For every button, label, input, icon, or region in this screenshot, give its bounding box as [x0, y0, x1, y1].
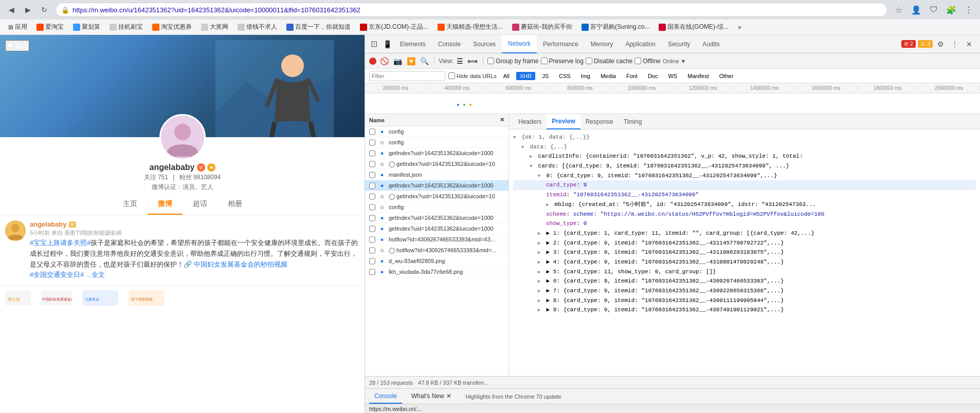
clear-button[interactable]: 🚫	[378, 55, 390, 67]
devtools-more-button[interactable]: ⋮	[948, 37, 961, 51]
request-item-9[interactable]: ● getIndex?uid=1642351362&luicode=1000	[365, 223, 509, 234]
card0-triangle[interactable]	[538, 173, 543, 180]
bookmark-mogujie[interactable]: 蘑菇街-我的买手街	[508, 22, 576, 32]
request-item-4[interactable]: ● manifest.json	[365, 170, 509, 180]
devtools-close-button[interactable]: ✕	[963, 37, 976, 51]
request-item-11[interactable]: ⊘ ◯ hotflow?id=4309267466533383&mid=...	[365, 245, 509, 256]
bookmark-jieqian[interactable]: 借钱不求人	[233, 22, 281, 32]
tab-memory[interactable]: Memory	[585, 35, 619, 53]
group-by-frame-checkbox[interactable]	[487, 58, 494, 64]
search-button[interactable]: 🔍	[419, 55, 430, 67]
offline-label[interactable]: Offline	[634, 58, 660, 65]
filter-css[interactable]: CSS	[555, 72, 574, 80]
root-label[interactable]: {ok: 1, data: {,..}}	[522, 134, 590, 140]
devtools-dock-button[interactable]: ⊡	[367, 37, 380, 51]
filter-js[interactable]: JS	[538, 72, 552, 80]
post-video-link[interactable]: 🔗 中国妇女发展基金会的秒拍视频	[184, 260, 287, 268]
disable-cache-checkbox[interactable]	[586, 58, 592, 64]
filter-other[interactable]: Other	[716, 72, 737, 80]
refresh-button[interactable]: ↻	[37, 3, 51, 17]
tab-audits[interactable]: Audits	[696, 35, 725, 53]
request-item-0[interactable]: ● config	[365, 126, 509, 137]
address-bar[interactable]: 🔒 https://m.weibo.cn/u/1642351362?uid=16…	[56, 3, 887, 17]
req-checkbox-12[interactable]	[369, 258, 375, 265]
whatsnew-close[interactable]: ✕	[446, 392, 451, 400]
req-checkbox-0[interactable]	[369, 128, 375, 135]
detail-tab-headers[interactable]: Headers	[513, 114, 547, 129]
tab-performance[interactable]: Performance	[537, 35, 585, 53]
filter-button[interactable]: 🔽	[405, 55, 416, 67]
profile-button[interactable]: 👤	[909, 3, 923, 17]
cards-triangle[interactable]	[530, 163, 535, 171]
tab-homepage[interactable]: 主页	[113, 194, 148, 215]
bookmark-taobao-coupon[interactable]: 淘宝优惠券	[148, 22, 196, 32]
request-item-13[interactable]: ● lkh_xiudada-3da77c6e68.png	[365, 267, 509, 277]
bookmark-apps[interactable]: ⊞ 应用	[4, 22, 31, 32]
hide-data-urls-label[interactable]: Hide data URLs	[448, 72, 497, 79]
request-item-2[interactable]: ● getIndex?uid=1642351362&luicode=1000	[365, 148, 509, 159]
detail-tab-timing[interactable]: Timing	[619, 114, 647, 129]
filter-font[interactable]: Font	[623, 72, 641, 80]
req-checkbox-4[interactable]	[369, 172, 375, 178]
preserve-log-label[interactable]: Preserve log	[541, 58, 584, 65]
bookmark-guomei[interactable]: 国美在线(GOME)-综...	[655, 22, 733, 32]
request-item-12[interactable]: ● d_wu-93aef02809.png	[365, 256, 509, 267]
extension-button[interactable]: 🧩	[944, 3, 958, 17]
filter-manifest[interactable]: Manifest	[684, 72, 713, 80]
tab-album[interactable]: 相册	[217, 194, 252, 215]
view-list-button[interactable]: ☰	[456, 56, 464, 66]
filter-all[interactable]: All	[500, 72, 513, 80]
req-checkbox-9[interactable]	[369, 226, 375, 232]
filter-media[interactable]: Media	[597, 72, 620, 80]
filter-doc[interactable]: Doc	[644, 72, 662, 80]
tab-network[interactable]: Network	[502, 35, 537, 53]
forward-button[interactable]: ▶	[21, 3, 35, 17]
tab-weibo[interactable]: 微博	[148, 194, 183, 215]
card7-triangle[interactable]	[538, 288, 543, 295]
bookmark-baidu[interactable]: 百度一下，你就知道	[282, 22, 355, 32]
bookmark-aitaobao[interactable]: 爱淘宝	[32, 22, 68, 32]
card1-triangle[interactable]	[538, 230, 543, 238]
tab-console[interactable]: Console	[432, 35, 467, 53]
request-list-close[interactable]: ✕	[500, 117, 504, 123]
screenshot-button[interactable]: 📷	[392, 55, 403, 67]
detail-tab-preview[interactable]: Preview	[547, 114, 580, 129]
request-item-10[interactable]: ● hotflow?id=4309267466533383&mid=43...	[365, 234, 509, 245]
data-label[interactable]: data: {,..}	[530, 144, 568, 150]
devtools-settings-button[interactable]: ⚙	[934, 37, 947, 51]
tab-application[interactable]: Application	[619, 35, 662, 53]
tab-sources[interactable]: Sources	[467, 35, 502, 53]
card3-triangle[interactable]	[538, 249, 543, 257]
mblog-triangle[interactable]	[546, 201, 551, 209]
request-item-3[interactable]: ⊘ ◯ getIndex?uid=1642351362&luicode=10	[365, 159, 509, 170]
offline-checkbox[interactable]	[634, 58, 641, 64]
data-triangle[interactable]	[521, 144, 527, 152]
tab-supertalks[interactable]: 超话	[183, 194, 217, 215]
req-checkbox-1[interactable]	[369, 139, 375, 146]
devtools-device-button[interactable]: 📱	[380, 37, 394, 51]
req-checkbox-2[interactable]	[369, 150, 375, 157]
cardlistinfo-triangle[interactable]	[530, 153, 535, 161]
bookmark-jd[interactable]: 京东(JD.COM)-正品...	[356, 22, 432, 32]
req-checkbox-10[interactable]	[369, 236, 375, 243]
req-checkbox-8[interactable]	[369, 215, 375, 221]
req-checkbox-6[interactable]	[369, 193, 375, 200]
bookmark-dajw[interactable]: 大奖网	[197, 22, 232, 32]
detail-tab-response[interactable]: Response	[580, 114, 619, 129]
card5-triangle[interactable]	[538, 269, 543, 276]
group-by-frame-label[interactable]: Group by frame	[487, 58, 538, 65]
bookmark-more[interactable]: »	[734, 23, 746, 32]
req-checkbox-3[interactable]	[369, 161, 375, 167]
req-checkbox-11[interactable]	[369, 247, 375, 254]
card4-triangle[interactable]	[538, 259, 543, 267]
card6-triangle[interactable]	[538, 278, 543, 286]
console-tab-console[interactable]: Console	[369, 389, 402, 404]
request-item-8[interactable]: ● getIndex?uid=1642351362&luicode=1000	[365, 213, 509, 223]
preserve-log-checkbox[interactable]	[541, 58, 548, 64]
post-more-link[interactable]: ...全文	[86, 271, 105, 278]
hashtag-end[interactable]: #全国交通安全日#	[30, 271, 84, 278]
disable-cache-label[interactable]: Disable cache	[586, 58, 632, 65]
tab-elements[interactable]: Elements	[394, 35, 432, 53]
card9-triangle[interactable]	[538, 307, 543, 314]
filter-ws[interactable]: WS	[664, 72, 681, 80]
